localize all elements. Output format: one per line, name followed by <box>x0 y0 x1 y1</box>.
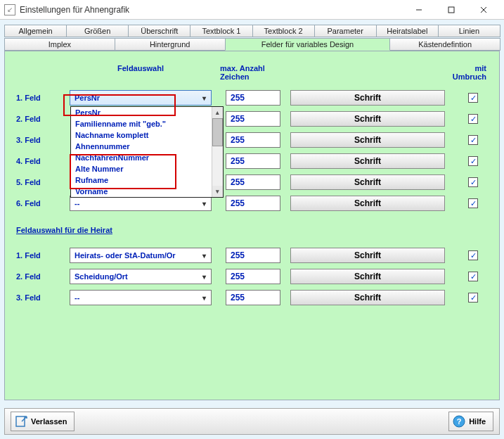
svg-rect-1 <box>448 7 454 13</box>
tab-groessen[interactable]: Größen <box>66 25 129 37</box>
dropdown-option[interactable]: Ahnennummer <box>71 141 223 152</box>
tab-implex[interactable]: Implex <box>4 38 115 51</box>
tab-allgemein[interactable]: Allgemein <box>4 25 67 37</box>
chevron-down-icon: ▾ <box>198 252 209 260</box>
tab-ueberschrift[interactable]: Überschrift <box>128 25 190 37</box>
exit-icon <box>14 414 28 428</box>
umbruch-checkbox[interactable]: ✓ <box>468 135 478 145</box>
tab-parameter[interactable]: Parameter <box>314 25 377 37</box>
schrift-button[interactable]: Schrift <box>290 196 445 211</box>
umbruch-checkbox[interactable]: ✓ <box>468 93 478 103</box>
dropdown-option[interactable]: PersNr <box>71 107 223 118</box>
dropdown-list[interactable]: PersNr Familienname mit "geb." Nachname … <box>70 106 224 198</box>
combo-value: Scheidung/Ort <box>75 272 128 281</box>
combo-value: -- <box>75 199 79 208</box>
tab-felder-variables-design[interactable]: Felder für variables Design <box>225 38 391 51</box>
field-label: 2. Feld <box>16 272 70 281</box>
column-headers: Feldauswahl max. Anzahl Zeichen mit Umbr… <box>16 64 488 81</box>
header-mitumbruch: mit Umbruch <box>444 64 488 81</box>
titlebar: ↙ Einstellungen für Ahnengrafik <box>0 0 504 20</box>
window-title: Einstellungen für Ahnengrafik <box>20 5 403 15</box>
schrift-button[interactable]: Schrift <box>290 132 445 148</box>
header-maxzeichen: max. Anzahl Zeichen <box>220 64 289 81</box>
field-label: 1. Feld <box>16 251 70 260</box>
verlassen-label: Verlassen <box>31 417 67 426</box>
field-label: 3. Feld <box>16 293 70 302</box>
tab-linien[interactable]: Linien <box>438 25 500 37</box>
heirat-section-title: Feldauswahl für die Heirat <box>16 226 488 234</box>
close-button[interactable] <box>467 0 500 20</box>
max-chars-input[interactable]: 255 <box>226 269 280 284</box>
max-chars-input[interactable]: 255 <box>226 196 280 211</box>
max-chars-input[interactable]: 255 <box>226 248 280 263</box>
dropdown-option[interactable]: Nachname komplett <box>71 129 223 141</box>
umbruch-checkbox[interactable]: ✓ <box>468 177 478 187</box>
max-chars-input[interactable]: 255 <box>226 132 280 148</box>
chevron-down-icon: ▾ <box>198 294 209 302</box>
dropdown-scrollbar[interactable]: ▴ ▾ <box>212 107 223 197</box>
verlassen-button[interactable]: Verlassen <box>11 412 75 431</box>
schrift-button[interactable]: Schrift <box>290 111 445 127</box>
umbruch-checkbox[interactable]: ✓ <box>468 272 478 281</box>
scroll-thumb[interactable] <box>212 118 223 146</box>
umbruch-checkbox[interactable]: ✓ <box>468 114 478 124</box>
umbruch-checkbox[interactable]: ✓ <box>468 250 478 260</box>
max-chars-input[interactable]: 255 <box>226 111 280 127</box>
umbruch-checkbox[interactable]: ✓ <box>468 198 478 208</box>
dropdown-option[interactable]: Alte Nummer <box>71 163 223 174</box>
field-label: 4. Feld <box>16 157 70 165</box>
field-label: 2. Feld <box>16 115 70 123</box>
dropdown-option[interactable]: Familienname mit "geb." <box>71 118 223 129</box>
maximize-button[interactable] <box>435 0 467 20</box>
tab-textblock2[interactable]: Textblock 2 <box>252 25 315 37</box>
schrift-button[interactable]: Schrift <box>290 174 445 190</box>
schrift-button[interactable]: Schrift <box>290 290 445 305</box>
tab-textblock1[interactable]: Textblock 1 <box>190 25 252 37</box>
chevron-down-icon: ▾ <box>198 94 209 102</box>
tab-hintergrund[interactable]: Hintergrund <box>115 38 226 51</box>
hilfe-label: Hilfe <box>469 417 486 426</box>
field-combo-6[interactable]: -- ▾ <box>70 196 212 211</box>
heirat-combo-2[interactable]: Scheidung/Ort ▾ <box>70 269 212 284</box>
panel-felder: Feldauswahl max. Anzahl Zeichen mit Umbr… <box>4 51 500 400</box>
svg-rect-4 <box>16 416 25 426</box>
schrift-button[interactable]: Schrift <box>290 153 445 169</box>
hilfe-button[interactable]: ? Hilfe <box>448 412 493 431</box>
chevron-down-icon: ▾ <box>198 200 209 208</box>
scroll-down-icon[interactable]: ▾ <box>212 186 223 197</box>
field-row-1: 1. Feld PersNr ▾ PersNr Familienname mit… <box>16 89 488 106</box>
heirat-combo-3[interactable]: -- ▾ <box>70 290 212 305</box>
header-feldauswahl: Feldauswahl <box>70 64 212 81</box>
schrift-button[interactable]: Schrift <box>290 90 445 106</box>
dropdown-option[interactable]: Rufname <box>71 174 223 186</box>
umbruch-checkbox[interactable]: ✓ <box>468 293 478 303</box>
schrift-button[interactable]: Schrift <box>290 248 445 263</box>
app-icon: ↙ <box>4 4 15 15</box>
tab-heiratslabel[interactable]: Heiratslabel <box>376 25 439 37</box>
tab-kaestendefinition[interactable]: Kästendefintion <box>389 38 500 51</box>
heirat-combo-1[interactable]: Heirats- oder StA-Datum/Or ▾ <box>70 248 212 263</box>
schrift-button[interactable]: Schrift <box>290 269 445 284</box>
chevron-down-icon: ▾ <box>198 273 209 281</box>
help-icon: ? <box>452 414 466 428</box>
dropdown-option[interactable]: NachfahrenNummer <box>71 152 223 163</box>
combo-value: PersNr <box>75 94 100 102</box>
minimize-button[interactable] <box>403 0 435 20</box>
max-chars-input[interactable]: 255 <box>226 290 280 305</box>
combo-value: Heirats- oder StA-Datum/Or <box>75 251 176 260</box>
field-label: 3. Feld <box>16 136 70 144</box>
max-chars-input[interactable]: 255 <box>226 90 280 106</box>
svg-text:?: ? <box>457 417 462 426</box>
tab-row-1: Allgemein Größen Überschrift Textblock 1… <box>4 25 500 37</box>
heirat-row-2: 2. Feld Scheidung/Ort ▾ 255 Schrift ✓ <box>16 268 488 285</box>
max-chars-input[interactable]: 255 <box>226 153 280 169</box>
umbruch-checkbox[interactable]: ✓ <box>468 156 478 166</box>
field-label: 1. Feld <box>16 94 70 102</box>
max-chars-input[interactable]: 255 <box>226 174 280 190</box>
dropdown-option[interactable]: Vorname <box>71 186 223 197</box>
field-label: 6. Feld <box>16 199 70 208</box>
field-combo-1[interactable]: PersNr ▾ PersNr Familienname mit "geb." … <box>70 90 212 106</box>
heirat-row-1: 1. Feld Heirats- oder StA-Datum/Or ▾ 255… <box>16 247 488 264</box>
footer-bar: Verlassen ? Hilfe <box>4 408 500 435</box>
scroll-up-icon[interactable]: ▴ <box>212 107 223 118</box>
